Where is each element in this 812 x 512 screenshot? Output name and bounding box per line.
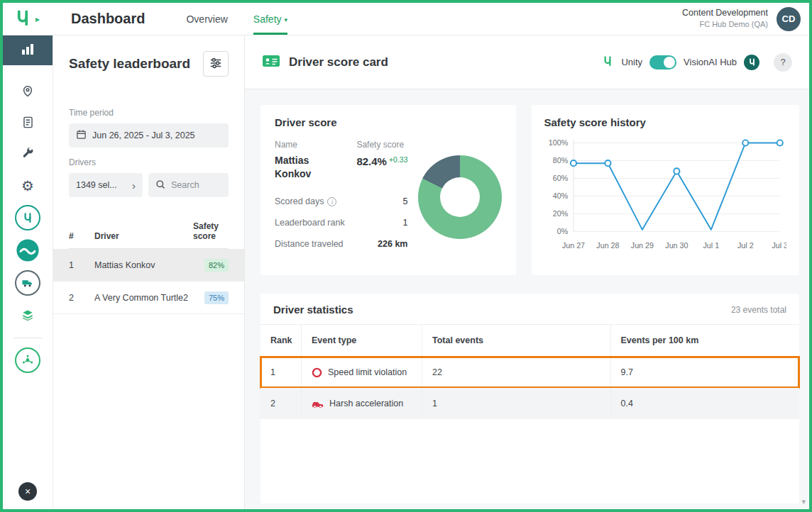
main-area: Driver score card Unity VisionAI Hub ?	[245, 35, 809, 509]
help-button[interactable]: ?	[774, 53, 792, 72]
chevron-right-icon: ›	[132, 179, 136, 191]
stat-rank: 1	[260, 357, 302, 388]
statistics-row-2[interactable]: 2 Harsh acceleration 1 0.4	[260, 388, 799, 419]
gear-icon: ⚙	[21, 179, 34, 193]
svg-text:20%: 20%	[552, 209, 568, 218]
app-logo-fleet[interactable]	[15, 270, 40, 296]
driver-name: Mattias Konkov	[275, 154, 338, 181]
row-driver-name: Mattias Konkov	[94, 260, 204, 270]
svg-text:Jun 28: Jun 28	[596, 241, 619, 250]
history-chart: 0%20%40%60%80%100%Jun 27Jun 28Jun 29Jun …	[544, 134, 787, 264]
visionai-hub-logo-icon	[744, 55, 759, 70]
col-rank: #	[69, 231, 94, 241]
time-period-label: Time period	[69, 108, 229, 118]
search-icon	[155, 179, 165, 191]
tab-overview[interactable]: Overview	[186, 3, 227, 35]
leaderboard-row-2[interactable]: 2 A Very Common Turtle2 75%	[53, 282, 244, 314]
svg-text:80%: 80%	[552, 156, 568, 165]
time-period-input[interactable]: Jun 26, 2025 - Jul 3, 2025	[69, 123, 229, 148]
events-per-100km: 0.4	[611, 388, 800, 419]
scrollbar-down-arrow[interactable]: ▾	[801, 497, 806, 506]
unity-logo-icon	[601, 55, 614, 69]
row-driver-name: A Very Common Turtle2	[94, 293, 204, 303]
driver-score-donut	[418, 155, 502, 239]
close-icon: ×	[25, 486, 31, 497]
stat-leaderboard-rank: Leaderboard rank 1	[275, 212, 408, 233]
sidebar-item-analytics[interactable]	[3, 35, 53, 65]
statistics-title: Driver statistics	[273, 304, 353, 316]
total-events: 22	[422, 357, 611, 388]
safety-score-history-card: Safety score history 0%20%40%60%80%100%J…	[532, 105, 800, 275]
app-logo-hub[interactable]	[15, 347, 40, 373]
col-driver: Driver	[94, 231, 193, 241]
app-logo-layers[interactable]	[15, 303, 40, 328]
leaderboard-table: # Driver Safety score 1 Mattias Konkov 8…	[69, 217, 229, 314]
scored-days-value: 5	[403, 196, 408, 206]
id-card-icon	[262, 53, 280, 72]
sidebar-item-locations[interactable]	[12, 78, 43, 106]
leaderboard-row-1[interactable]: 1 Mattias Konkov 82%	[53, 249, 244, 282]
leaderboard-rank-value: 1	[403, 218, 408, 228]
org-name: Content Development	[682, 8, 768, 18]
driver-search[interactable]	[148, 173, 229, 197]
row-rank: 2	[69, 293, 94, 303]
row-rank: 1	[69, 260, 94, 270]
event-type: Harsh acceleration	[329, 399, 403, 408]
safety-score-label: Safety score	[356, 140, 407, 150]
user-avatar[interactable]: CD	[777, 7, 801, 31]
statistics-header-row: Rank Event type Total events Events per …	[260, 324, 799, 357]
chevron-down-icon: ▾	[285, 16, 288, 23]
sliders-icon	[209, 57, 222, 72]
document-icon	[21, 116, 35, 132]
filter-button[interactable]	[203, 51, 229, 77]
driver-statistics-card: Driver statistics 23 events total Rank E…	[260, 294, 799, 503]
svg-text:Jun 29: Jun 29	[630, 241, 653, 250]
col-safety-score: Safety score	[193, 221, 229, 241]
svg-text:Jul 1: Jul 1	[703, 241, 719, 250]
sidebar-divider	[13, 338, 42, 338]
sidebar-item-settings[interactable]: ⚙	[12, 172, 43, 200]
donut-hole	[440, 177, 480, 217]
app-logo-icon	[13, 8, 33, 30]
info-icon[interactable]: i	[327, 197, 336, 206]
name-label: Name	[275, 140, 338, 150]
wrench-icon	[21, 147, 35, 163]
events-per-100km: 9.7	[611, 357, 800, 388]
safety-score-badge: 75%	[204, 291, 229, 304]
collapse-close-button[interactable]: ×	[18, 482, 37, 501]
leaderboard-title: Safety leaderboard	[69, 56, 190, 72]
main-tabs: Overview Safety ▾	[186, 3, 287, 35]
scored-days-label: Scored days	[275, 196, 324, 206]
svg-text:Jul 3: Jul 3	[772, 241, 786, 250]
app-logo-wave[interactable]	[15, 238, 40, 263]
leaderboard-header: # Driver Safety score	[69, 217, 229, 249]
drivers-select[interactable]: 1349 sel... ›	[69, 173, 143, 197]
unity-label: Unity	[621, 57, 642, 67]
svg-text:60%: 60%	[552, 174, 568, 182]
drivers-selected-count: 1349 sel...	[76, 180, 117, 190]
stat-rank: 2	[260, 388, 302, 419]
driver-score-title: Driver score	[275, 116, 502, 128]
tab-safety[interactable]: Safety ▾	[253, 3, 287, 35]
search-input[interactable]	[171, 180, 221, 190]
stat-distance-traveled: Distance traveled 226 km	[275, 233, 408, 255]
svg-text:Jul 2: Jul 2	[737, 241, 753, 250]
statistics-row-1[interactable]: 1 Speed limit violation 22 9.7	[260, 357, 799, 388]
distance-label: Distance traveled	[275, 239, 344, 249]
svg-text:Jun 30: Jun 30	[665, 241, 688, 250]
svg-text:Jun 27: Jun 27	[561, 241, 584, 250]
sidebar-item-tools[interactable]	[12, 140, 43, 169]
distance-value: 226 km	[378, 239, 407, 249]
topbar: ▸ Dashboard Overview Safety ▾ Content De…	[3, 3, 809, 35]
platform-toggle[interactable]	[649, 55, 676, 69]
org-block: Content Development FC Hub Demo (QA)	[682, 8, 768, 29]
app-logo-unity-hub[interactable]	[15, 205, 40, 230]
sidebar-expand-chevron-icon[interactable]: ▸	[35, 14, 40, 24]
tab-safety-label: Safety	[253, 13, 282, 25]
history-title: Safety score history	[544, 116, 787, 128]
safety-score-delta: +0.33	[389, 155, 408, 164]
sidebar-item-reports[interactable]	[12, 109, 43, 138]
page-title: Dashboard	[71, 11, 145, 27]
brand: ▸	[13, 8, 54, 30]
col-rank: Rank	[260, 325, 302, 356]
